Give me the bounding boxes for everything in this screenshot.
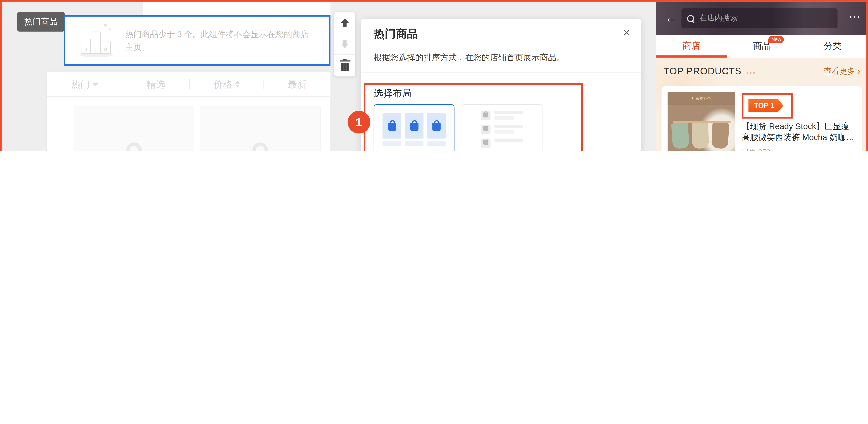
search-placeholder: 在店内搜索 xyxy=(699,13,738,23)
tab-latest-label: 最新 xyxy=(288,78,307,91)
layout-option-list[interactable] xyxy=(462,104,542,151)
product-title: 【现货 Ready Stock】巨显瘦高腰微笑西装裤 Mocha 奶咖色 T..… xyxy=(742,121,856,143)
tab-latest[interactable]: 最新 xyxy=(288,78,307,91)
modal-header-divider xyxy=(361,72,641,73)
tab-products[interactable]: 商品 New xyxy=(726,35,797,58)
chevron-right-icon: › xyxy=(857,66,860,77)
preview-page-top-strip xyxy=(143,2,331,15)
tab-featured[interactable]: 精选 xyxy=(146,78,165,91)
bag-icon xyxy=(388,123,396,131)
bag-icon xyxy=(410,123,418,131)
product-info: TOP 1 【现货 Ready Stock】巨显瘦高腰微笑西装裤 Mocha 奶… xyxy=(742,92,856,151)
placeholder-product-card: S xyxy=(200,106,320,151)
close-icon[interactable]: × xyxy=(620,27,633,40)
podium-bar-1: 1 xyxy=(91,32,101,54)
layout-section-heading: 选择布局 xyxy=(374,87,411,100)
top-products-title: TOP PRODUCTS xyxy=(664,66,742,77)
shop-search-bar[interactable]: 在店内搜索 xyxy=(682,8,838,28)
move-down-button[interactable] xyxy=(334,33,355,54)
preview-sort-tab-bar: 热门 精选 价格 最新 xyxy=(47,72,331,97)
product-image: 厂家推荐色 xyxy=(668,92,735,151)
tab-categories-label: 分类 xyxy=(824,40,842,52)
product-sold: 已售 953 xyxy=(742,147,856,151)
grid-layout-illustration xyxy=(382,113,445,145)
component-toolbar xyxy=(334,12,355,77)
trash-icon xyxy=(341,62,349,70)
bag-icon xyxy=(483,140,488,145)
more-menu-icon[interactable]: ••• xyxy=(849,13,861,21)
bag-icon xyxy=(483,126,488,131)
tab-products-label: 商品 xyxy=(753,40,771,52)
placeholder-product-image: S xyxy=(200,107,320,151)
tab-categories[interactable]: 分类 xyxy=(797,35,868,58)
component-label-tooltip: 热门商品 xyxy=(17,12,65,32)
bag-icon xyxy=(432,123,440,131)
view-more-label: 查看更多 xyxy=(824,66,855,77)
shopee-bag-icon: S xyxy=(117,142,151,151)
search-icon xyxy=(687,15,694,22)
shop-decoration-page: 热门商品 2 1 3 热门商品少于 3 个。此组件将不会显示在您的商店主页。 xyxy=(0,0,868,151)
tab-shop-label: 商店 xyxy=(683,40,700,52)
tab-shop[interactable]: 商店 xyxy=(656,35,726,58)
delete-component-button[interactable] xyxy=(334,55,355,76)
new-badge: New xyxy=(769,36,784,44)
modal-subtitle: 根据您选择的排序方式，在您的店铺首页展示商品。 xyxy=(374,53,617,63)
arrow-down-icon xyxy=(340,39,349,48)
tab-separator xyxy=(122,79,122,89)
caret-down-icon xyxy=(93,83,98,87)
active-tab-underline xyxy=(656,55,727,58)
view-more-link[interactable]: 查看更多 › xyxy=(824,66,860,77)
tab-separator xyxy=(189,79,190,89)
bag-icon xyxy=(483,112,488,117)
component-warning-text: 热门商品少于 3 个。此组件将不会显示在您的商店主页。 xyxy=(125,28,316,53)
annotation-box-top1-badge: TOP 1 xyxy=(742,93,793,118)
mobile-shop-preview: ← 在店内搜索 ••• 商店 商品 New 分类 TOP PRODUCTS ••… xyxy=(656,2,868,151)
tab-featured-label: 精选 xyxy=(146,78,165,91)
podium-bar-3: 3 xyxy=(101,41,111,54)
product-image-caption: 厂家推荐色 xyxy=(668,92,735,105)
tab-separator xyxy=(263,79,264,89)
arrow-up-icon xyxy=(340,18,349,27)
modal-title: 热门商品 xyxy=(374,27,418,41)
list-layout-illustration xyxy=(481,111,523,148)
layout-option-grid[interactable] xyxy=(374,104,455,151)
product-row[interactable]: 厂家推荐色 TOP 1 【现货 Ready Stock】巨显瘦高腰微笑西装裤 M… xyxy=(668,92,856,151)
shop-header-banner: ← 在店内搜索 ••• xyxy=(656,2,868,35)
move-up-button[interactable] xyxy=(334,12,355,33)
podium-bar-2: 2 xyxy=(81,39,91,54)
top1-badge: TOP 1 xyxy=(748,99,783,112)
back-arrow-icon[interactable]: ← xyxy=(665,11,678,24)
top-products-header: TOP PRODUCTS ••• 查看更多 › xyxy=(664,60,860,83)
placeholder-product-card: S xyxy=(74,106,194,151)
shop-nav-tabs: 商店 商品 New 分类 xyxy=(656,35,868,58)
podium-icon: 2 1 3 xyxy=(79,24,115,57)
component-label: 热门商品 xyxy=(24,17,58,27)
decorative-dots: ••• xyxy=(746,69,756,76)
price-sort-icon xyxy=(235,81,240,87)
tab-price[interactable]: 价格 xyxy=(213,78,240,91)
top-products-card: 厂家推荐色 TOP 1 【现货 Ready Stock】巨显瘦高腰微笑西装裤 M… xyxy=(661,86,862,151)
selected-component-box[interactable]: 2 1 3 热门商品少于 3 个。此组件将不会显示在您的商店主页。 xyxy=(64,15,331,66)
shopee-bag-icon: S xyxy=(243,142,277,151)
placeholder-product-image: S xyxy=(74,107,194,151)
tab-price-label: 价格 xyxy=(213,78,232,91)
tab-hot-label: 热门 xyxy=(71,78,90,91)
tab-hot[interactable]: 热门 xyxy=(71,78,98,91)
